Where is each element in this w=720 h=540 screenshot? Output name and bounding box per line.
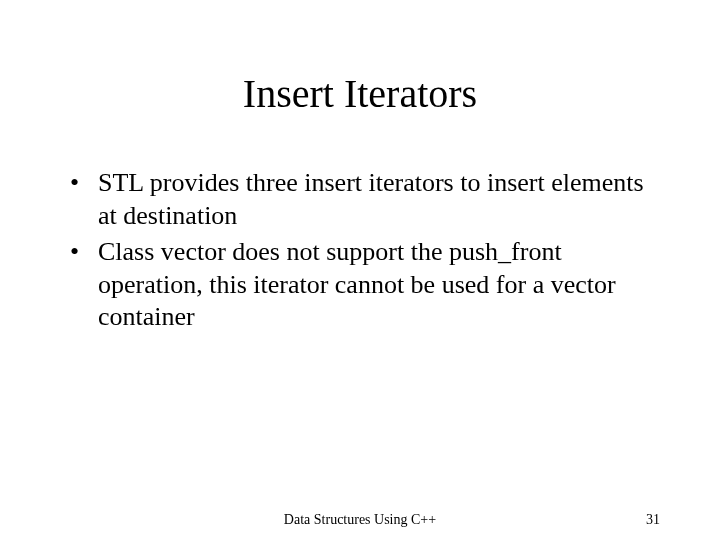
page-number: 31	[646, 512, 660, 528]
slide-title: Insert Iterators	[60, 70, 660, 117]
slide: Insert Iterators STL provides three inse…	[0, 0, 720, 540]
list-item: Class vector does not support the push_f…	[70, 236, 660, 334]
bullet-list: STL provides three insert iterators to i…	[60, 167, 660, 334]
footer-text: Data Structures Using C++	[284, 512, 436, 528]
list-item: STL provides three insert iterators to i…	[70, 167, 660, 232]
